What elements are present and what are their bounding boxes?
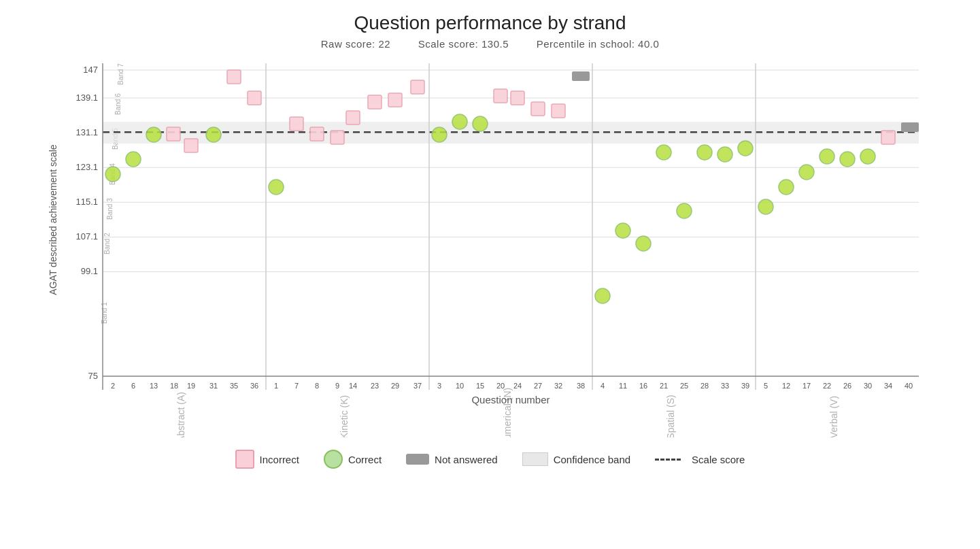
legend-confidence-band-label: Confidence band xyxy=(554,454,630,465)
data-point xyxy=(531,102,545,116)
svg-text:30: 30 xyxy=(863,382,871,390)
svg-text:25: 25 xyxy=(679,382,688,390)
data-point xyxy=(331,131,344,144)
legend-scale-score: Scale score xyxy=(655,454,745,465)
data-point xyxy=(595,288,610,303)
svg-rect-0 xyxy=(103,63,919,376)
svg-text:5: 5 xyxy=(763,382,767,390)
chart-title: Question performance by strand xyxy=(354,12,626,34)
chart-area: 75 99.1 107.1 115.1 123.1 131.1 139.1 14… xyxy=(41,56,939,437)
svg-text:38: 38 xyxy=(576,382,584,390)
svg-text:11: 11 xyxy=(618,382,626,390)
data-point xyxy=(346,111,360,124)
legend-correct: Correct xyxy=(324,450,382,469)
svg-text:40: 40 xyxy=(904,382,912,390)
data-point xyxy=(146,127,161,142)
svg-text:15: 15 xyxy=(475,382,484,390)
data-point xyxy=(799,165,814,180)
data-point xyxy=(452,114,467,129)
data-point xyxy=(368,95,382,109)
chart-subtitle: Raw score: 22 Scale score: 130.5 Percent… xyxy=(309,38,672,50)
svg-text:Band 1: Band 1 xyxy=(101,302,108,324)
not-answered-icon xyxy=(406,454,429,465)
incorrect-icon xyxy=(235,450,254,469)
svg-text:33: 33 xyxy=(720,382,728,390)
percentile-subtitle: Percentile in school: 40.0 xyxy=(537,38,660,50)
legend-correct-label: Correct xyxy=(348,454,382,465)
legend-not-answered: Not answered xyxy=(406,454,498,465)
svg-text:28: 28 xyxy=(700,382,708,390)
svg-text:Band 7: Band 7 xyxy=(117,63,124,85)
svg-text:9: 9 xyxy=(335,382,339,390)
legend-not-answered-label: Not answered xyxy=(435,454,498,465)
svg-text:10: 10 xyxy=(455,382,463,390)
svg-text:123.1: 123.1 xyxy=(75,162,98,172)
scale-score-subtitle: Scale score: 130.5 xyxy=(418,38,509,50)
svg-text:37: 37 xyxy=(413,382,421,390)
correct-icon xyxy=(324,450,343,469)
data-point-not-answered xyxy=(901,122,919,132)
svg-text:131.1: 131.1 xyxy=(75,127,98,137)
data-point xyxy=(184,139,198,152)
strand-kinetic: Kinetic (K) xyxy=(339,395,350,437)
svg-text:20: 20 xyxy=(496,382,504,390)
svg-text:24: 24 xyxy=(513,382,521,390)
svg-text:22: 22 xyxy=(822,382,830,390)
data-point xyxy=(248,91,261,105)
data-point xyxy=(840,152,855,167)
chart-svg: 75 99.1 107.1 115.1 123.1 131.1 139.1 14… xyxy=(41,56,939,437)
data-point xyxy=(779,180,794,195)
svg-text:16: 16 xyxy=(639,382,647,390)
data-point xyxy=(290,117,303,131)
strand-verbal: Verbal (V) xyxy=(828,396,839,437)
svg-text:18: 18 xyxy=(169,382,178,390)
raw-score: Raw score: 22 xyxy=(321,38,390,50)
svg-text:21: 21 xyxy=(659,382,667,390)
svg-text:35: 35 xyxy=(229,382,237,390)
data-point xyxy=(717,147,732,162)
x-axis-label: Question number xyxy=(471,394,550,405)
svg-text:147: 147 xyxy=(83,65,98,75)
svg-text:31: 31 xyxy=(209,382,217,390)
svg-text:26: 26 xyxy=(843,382,851,390)
data-point xyxy=(881,131,895,144)
data-point xyxy=(269,180,284,195)
strand-abstract: Abstract (A) xyxy=(175,392,186,437)
data-point xyxy=(310,127,324,141)
legend-incorrect-label: Incorrect xyxy=(260,454,299,465)
svg-text:75: 75 xyxy=(88,371,97,381)
data-point xyxy=(738,141,753,156)
data-point xyxy=(388,93,402,107)
data-point xyxy=(511,91,524,105)
svg-text:23: 23 xyxy=(370,382,378,390)
data-point xyxy=(494,89,507,103)
legend: Incorrect Correct Not answered Confidenc… xyxy=(235,450,745,469)
svg-text:Band 3: Band 3 xyxy=(106,198,114,220)
data-point xyxy=(552,104,565,118)
svg-text:17: 17 xyxy=(802,382,810,390)
legend-incorrect: Incorrect xyxy=(235,450,299,469)
data-point xyxy=(697,145,712,160)
svg-text:Band 2: Band 2 xyxy=(103,233,111,254)
data-point xyxy=(411,80,424,94)
data-point xyxy=(758,199,773,214)
svg-text:19: 19 xyxy=(186,382,195,390)
svg-text:6: 6 xyxy=(131,382,135,390)
data-point xyxy=(167,127,180,141)
svg-text:3: 3 xyxy=(437,382,441,390)
data-point xyxy=(636,236,651,251)
data-point xyxy=(656,145,671,160)
svg-text:8: 8 xyxy=(314,382,318,390)
confidence-band-icon xyxy=(522,452,548,466)
data-point xyxy=(860,149,875,164)
scale-score-icon xyxy=(655,459,681,461)
svg-text:29: 29 xyxy=(390,382,399,390)
svg-text:39: 39 xyxy=(741,382,749,390)
data-point xyxy=(105,167,120,182)
data-point xyxy=(615,223,630,238)
svg-text:36: 36 xyxy=(250,382,258,390)
svg-text:27: 27 xyxy=(533,382,541,390)
svg-text:14: 14 xyxy=(348,382,356,390)
legend-confidence-band: Confidence band xyxy=(522,452,630,466)
svg-text:32: 32 xyxy=(554,382,562,390)
